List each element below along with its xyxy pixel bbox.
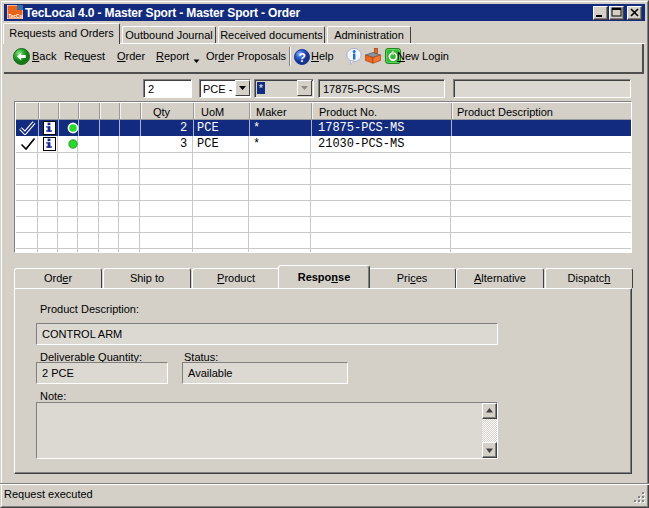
svg-text:?: ? — [299, 51, 306, 65]
svg-text:TecCom: TecCom — [9, 14, 24, 19]
